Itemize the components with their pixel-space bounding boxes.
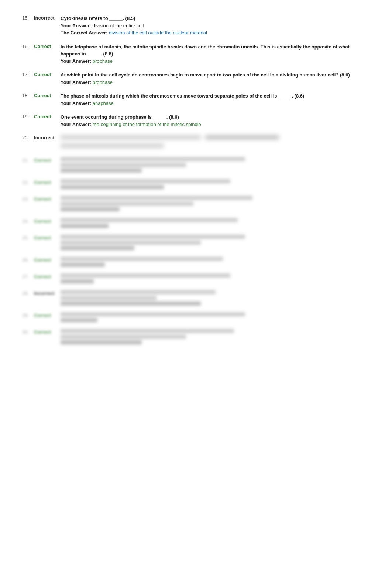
blurred-content-g: [61, 273, 370, 283]
blurred-number-j: 30.: [22, 329, 34, 335]
question-status-18: Correct: [34, 92, 61, 98]
blurred-content-d: [61, 218, 370, 228]
blurred-number-d: 24.: [22, 218, 34, 224]
question-number-20: 20.: [22, 135, 34, 140]
question-17: 17. Correct At which point in the cell c…: [22, 71, 370, 86]
blurred-content-f: [61, 257, 370, 267]
question-text-19: One event occurring during prophase is _…: [61, 114, 179, 120]
question-number-15: 15: [22, 15, 34, 21]
blurred-status-h: Incorrect: [34, 290, 61, 296]
blurred-content-e: [61, 235, 370, 250]
question-15: 15 Incorrect Cytokinesis refers to _____…: [22, 15, 370, 37]
question-status-16: Correct: [34, 43, 61, 49]
blurred-question-a: 21. Correct: [22, 157, 370, 173]
question-text-17: At which point in the cell cycle do cent…: [61, 72, 350, 78]
your-answer-label-18: Your Answer: anaphase: [61, 101, 114, 106]
question-content-18: The phase of mitosis during which the ch…: [61, 92, 370, 107]
blurred-number-b: 22.: [22, 179, 34, 185]
blurred-question-h: 28. Incorrect: [22, 290, 370, 306]
blurred-status-f: Correct: [34, 257, 61, 263]
question-number-18: 18.: [22, 92, 34, 98]
blurred-content-h: [61, 290, 370, 306]
question-text-16: In the telophase of mitosis, the mitotic…: [61, 44, 350, 57]
question-content-15: Cytokinesis refers to _____. (8.5) Your …: [61, 15, 370, 37]
blurred-status-c: Correct: [34, 196, 61, 202]
question-text-18: The phase of mitosis during which the ch…: [61, 93, 304, 99]
your-answer-15: division of the entire cell: [93, 23, 144, 28]
blurred-question-e: 25. Correct: [22, 235, 370, 250]
blurred-content-i: [61, 312, 370, 322]
your-answer-18: anaphase: [93, 101, 114, 106]
blurred-question-g: 27. Correct: [22, 273, 370, 283]
your-answer-label-19: Your Answer: the beginning of the format…: [61, 122, 201, 127]
question-19: 19. Correct One event occurring during p…: [22, 113, 370, 128]
correct-answer-15: division of the cell outside the nuclear…: [109, 30, 207, 35]
blurred-number-i: 29.: [22, 312, 34, 318]
question-20: 20. Incorrect: [22, 135, 370, 150]
blurred-number-f: 26.: [22, 257, 34, 263]
question-number-16: 16.: [22, 43, 34, 49]
blurred-content-a: [61, 157, 370, 173]
question-number-17: 17.: [22, 71, 34, 77]
blurred-question-i: 29. Correct: [22, 312, 370, 322]
your-answer-16: prophase: [93, 58, 113, 64]
question-content-16: In the telophase of mitosis, the mitotic…: [61, 43, 370, 65]
correct-answer-label-15: The Correct Answer: division of the cell…: [61, 30, 207, 35]
question-content-19: One event occurring during prophase is _…: [61, 113, 370, 128]
question-status-19: Correct: [34, 113, 61, 119]
blurred-status-a: Correct: [34, 157, 61, 163]
blurred-status-i: Correct: [34, 312, 61, 318]
your-answer-label-15: Your Answer: division of the entire cell: [61, 23, 144, 28]
blurred-question-d: 24. Correct: [22, 218, 370, 228]
blurred-number-e: 25.: [22, 235, 34, 241]
blurred-number-c: 23.: [22, 196, 34, 202]
blurred-status-e: Correct: [34, 235, 61, 241]
question-18: 18. Correct The phase of mitosis during …: [22, 92, 370, 107]
question-content-17: At which point in the cell cycle do cent…: [61, 71, 370, 86]
blurred-question-b: 22. Correct: [22, 179, 370, 189]
question-status-17: Correct: [34, 71, 61, 77]
blurred-status-b: Correct: [34, 179, 61, 185]
blurred-question-c: 23. Correct: [22, 196, 370, 211]
your-answer-19: the beginning of the formation of the mi…: [93, 122, 201, 127]
your-answer-label-17: Your Answer: prophase: [61, 79, 113, 85]
blurred-questions-section: 21. Correct 22. Correct 23. Correct 24. …: [22, 157, 370, 344]
blurred-status-d: Correct: [34, 218, 61, 224]
your-answer-label-16: Your Answer: prophase: [61, 58, 113, 64]
blurred-number-g: 27.: [22, 273, 34, 279]
blurred-number-a: 21.: [22, 157, 34, 163]
question-text-15: Cytokinesis refers to _____. (8.5): [61, 16, 135, 21]
blurred-status-g: Correct: [34, 273, 61, 279]
question-status-15: Incorrect: [34, 15, 61, 21]
question-content-20: [61, 135, 370, 150]
blurred-content-b: [61, 179, 370, 189]
question-16: 16. Correct In the telophase of mitosis,…: [22, 43, 370, 65]
question-number-19: 19.: [22, 113, 34, 119]
blurred-question-f: 26. Correct: [22, 257, 370, 267]
your-answer-17: prophase: [93, 79, 113, 85]
blurred-content-c: [61, 196, 370, 211]
blurred-number-h: 28.: [22, 290, 34, 296]
blurred-content-j: [61, 329, 370, 344]
blurred-question-j: 30. Correct: [22, 329, 370, 344]
question-status-20: Incorrect: [34, 135, 61, 140]
blurred-status-j: Correct: [34, 329, 61, 335]
